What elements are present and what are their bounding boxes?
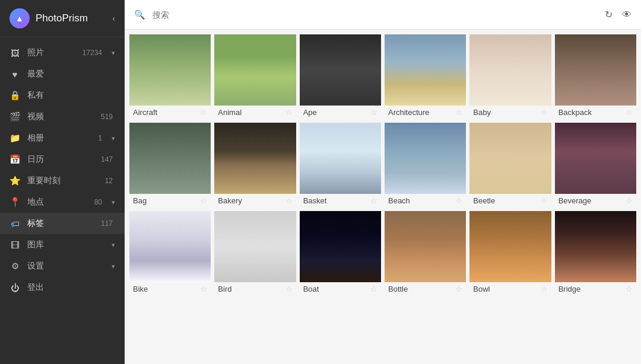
star-button-bag[interactable]: ☆ xyxy=(200,196,207,205)
photo-thumbnail-bowl xyxy=(469,211,551,282)
app-title: PhotoPrism xyxy=(36,12,106,24)
photos-count: 17234 xyxy=(82,49,102,57)
sidebar-item-albums[interactable]: 📁 相册 1 ▾ xyxy=(0,127,125,149)
photo-label-beverage: Beverage xyxy=(559,196,592,205)
chevron-down-icon: ▾ xyxy=(112,49,115,57)
photo-thumbnail-ape xyxy=(300,34,381,106)
heart-icon: ♥ xyxy=(9,69,20,79)
sidebar-item-places[interactable]: 📍 地点 80 ▾ xyxy=(0,191,125,213)
photo-cell-beach[interactable]: Beach☆ xyxy=(385,123,466,207)
star-button-beetle[interactable]: ☆ xyxy=(541,196,548,205)
photo-thumbnail-bridge xyxy=(555,211,636,282)
photo-area: Aircraft☆Animal☆Ape☆Architecture☆Baby☆Ba… xyxy=(125,30,641,364)
app-logo: ▲ xyxy=(9,8,30,28)
photo-cell-bakery[interactable]: Bakery☆ xyxy=(214,123,296,207)
sidebar-item-label: 私有 xyxy=(27,90,115,101)
star-button-backpack[interactable]: ☆ xyxy=(626,108,633,117)
photo-cell-basket[interactable]: Basket☆ xyxy=(300,123,381,207)
moments-count: 12 xyxy=(105,177,113,185)
photo-thumbnail-backpack xyxy=(555,34,636,106)
sidebar-item-label: 最爱 xyxy=(27,69,115,79)
photo-thumbnail-beach xyxy=(385,123,466,194)
photo-label-backpack: Backpack xyxy=(559,108,592,117)
sidebar-item-moments[interactable]: ⭐ 重要时刻 12 xyxy=(0,170,125,191)
star-button-beach[interactable]: ☆ xyxy=(455,196,462,205)
photo-cell-animal[interactable]: Animal☆ xyxy=(214,34,296,119)
star-button-basket[interactable]: ☆ xyxy=(370,196,377,205)
topbar: 🔍 ↻ 👁 xyxy=(125,0,641,30)
photo-label-beetle: Beetle xyxy=(473,196,495,205)
labels-count: 117 xyxy=(101,219,113,228)
photo-grid: Aircraft☆Animal☆Ape☆Architecture☆Baby☆Ba… xyxy=(129,34,636,296)
photo-label-aircraft: Aircraft xyxy=(133,108,157,117)
photo-cell-bag[interactable]: Bag☆ xyxy=(129,123,211,207)
photo-label-ape: Ape xyxy=(303,108,317,117)
photo-thumbnail-architecture xyxy=(385,34,466,106)
photo-cell-backpack[interactable]: Backpack☆ xyxy=(555,34,636,119)
sidebar-item-library[interactable]: 🎞 图库 ▾ xyxy=(0,234,125,256)
photos-icon: 🖼 xyxy=(9,48,20,58)
sidebar-item-photos[interactable]: 🖼 照片 17234 ▾ xyxy=(0,42,125,63)
photo-cell-bottle[interactable]: Bottle☆ xyxy=(385,211,466,296)
photo-label-bridge: Bridge xyxy=(559,285,581,293)
star-button-boat[interactable]: ☆ xyxy=(370,285,377,293)
star-button-aircraft[interactable]: ☆ xyxy=(200,108,207,117)
albums-count: 1 xyxy=(98,134,102,142)
photo-cell-architecture[interactable]: Architecture☆ xyxy=(385,34,466,119)
sidebar-item-labels[interactable]: 🏷 标签 117 xyxy=(0,213,125,234)
photo-cell-bridge[interactable]: Bridge☆ xyxy=(555,211,636,296)
photo-label-baby: Baby xyxy=(473,108,491,117)
sidebar-item-calendar[interactable]: 📅 日历 147 xyxy=(0,149,125,170)
label-icon: 🏷 xyxy=(9,219,20,229)
star-button-bird[interactable]: ☆ xyxy=(285,285,293,293)
sidebar-collapse-button[interactable]: ‹ xyxy=(112,14,115,23)
star-button-beverage[interactable]: ☆ xyxy=(626,196,633,205)
photo-label-bakery: Bakery xyxy=(218,196,242,205)
lock-icon: 🔒 xyxy=(9,90,20,101)
photo-label-animal: Animal xyxy=(218,108,242,117)
sidebar-item-private[interactable]: 🔒 私有 xyxy=(0,85,125,106)
videos-count: 519 xyxy=(101,113,113,121)
photo-cell-bowl[interactable]: Bowl☆ xyxy=(469,211,551,296)
refresh-button[interactable]: ↻ xyxy=(605,9,613,20)
sidebar-item-label: 日历 xyxy=(27,154,94,165)
sidebar-item-favorites[interactable]: ♥ 最爱 xyxy=(0,63,125,85)
view-toggle-button[interactable]: 👁 xyxy=(622,9,632,20)
photo-thumbnail-bag xyxy=(129,123,211,194)
chevron-down-icon: ▾ xyxy=(112,263,115,270)
star-button-animal[interactable]: ☆ xyxy=(285,108,293,117)
power-icon: ⏻ xyxy=(9,283,20,293)
photo-cell-beetle[interactable]: Beetle☆ xyxy=(469,123,551,207)
sidebar-item-settings[interactable]: ⚙ 设置 ▾ xyxy=(0,256,125,277)
library-icon: 🎞 xyxy=(9,240,20,250)
sidebar-item-label: 设置 xyxy=(27,261,104,272)
photo-cell-bike[interactable]: Bike☆ xyxy=(129,211,211,296)
sidebar-item-videos[interactable]: 🎬 视频 519 xyxy=(0,106,125,127)
star-button-bridge[interactable]: ☆ xyxy=(626,285,633,293)
star-button-bakery[interactable]: ☆ xyxy=(285,196,293,205)
photo-cell-ape[interactable]: Ape☆ xyxy=(300,34,381,119)
sidebar-item-label: 相册 xyxy=(27,133,91,143)
sidebar-item-label: 地点 xyxy=(27,197,87,207)
photo-cell-beverage[interactable]: Beverage☆ xyxy=(555,123,636,207)
star-button-bottle[interactable]: ☆ xyxy=(455,285,462,293)
star-button-bowl[interactable]: ☆ xyxy=(541,285,548,293)
photo-thumbnail-boat xyxy=(300,211,381,282)
star-button-architecture[interactable]: ☆ xyxy=(455,108,462,117)
star-button-ape[interactable]: ☆ xyxy=(370,108,377,117)
photo-cell-aircraft[interactable]: Aircraft☆ xyxy=(129,34,211,119)
sidebar-item-logout[interactable]: ⏻ 登出 xyxy=(0,277,125,298)
photo-cell-baby[interactable]: Baby☆ xyxy=(469,34,551,119)
calendar-icon: 📅 xyxy=(9,154,20,165)
calendar-count: 147 xyxy=(101,155,113,164)
photo-cell-boat[interactable]: Boat☆ xyxy=(300,211,381,296)
photo-thumbnail-bottle xyxy=(385,211,466,282)
star-button-baby[interactable]: ☆ xyxy=(541,108,548,117)
photo-thumbnail-bakery xyxy=(214,123,296,194)
search-input[interactable] xyxy=(153,10,598,20)
search-icon: 🔍 xyxy=(134,9,145,20)
photo-cell-bird[interactable]: Bird☆ xyxy=(214,211,296,296)
sidebar-item-label: 重要时刻 xyxy=(27,175,98,186)
sidebar-item-label: 照片 xyxy=(27,47,75,58)
star-button-bike[interactable]: ☆ xyxy=(200,285,207,293)
